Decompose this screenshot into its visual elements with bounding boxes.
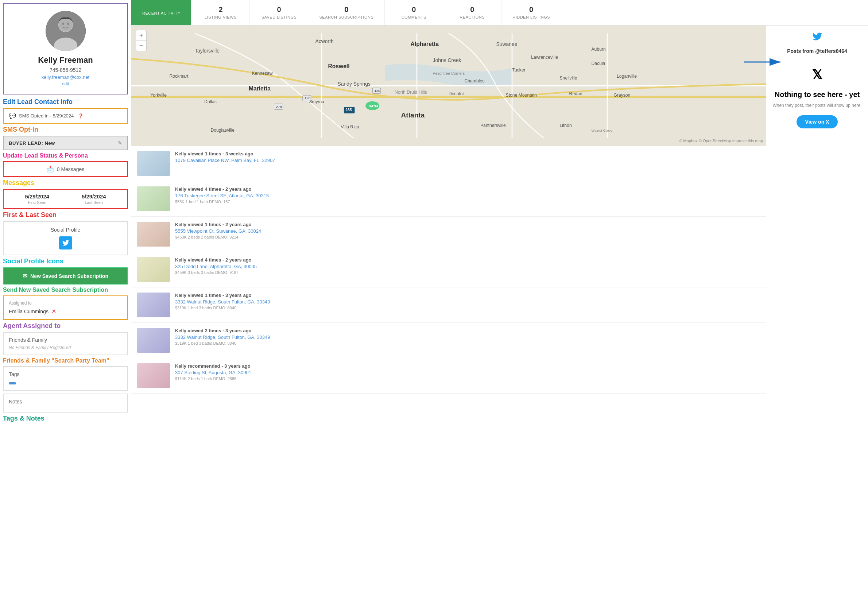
activity-thumbnail — [137, 292, 170, 317]
activity-address[interactable]: 1079 Cavailian Place NW, Palm Bay, FL, 3… — [175, 158, 760, 163]
remove-assigned-icon[interactable]: ✕ — [52, 308, 56, 315]
sms-help-icon[interactable]: ❓ — [78, 114, 84, 118]
tab-saved-listings[interactable]: 0 SAVED LISTINGS — [250, 0, 308, 25]
map-zoom-in-button[interactable]: + — [136, 30, 146, 40]
activity-address[interactable]: 307 Sterling St, Augusta, GA, 30901 — [175, 370, 760, 375]
activity-info: Kelly viewed 4 times - 2 years ago 325 D… — [175, 257, 760, 282]
activity-price: $319K 1 bed 3 baths DEMO: 8040 — [175, 341, 760, 345]
map-attribution: © Mapbox © OpenStreetMap Improve this ma… — [679, 139, 763, 143]
svg-text:Tucker: Tucker — [512, 68, 526, 72]
list-item: Kelly viewed 4 times - 2 years ago 325 D… — [131, 252, 766, 288]
view-on-x-button[interactable]: View on X — [797, 115, 838, 128]
activity-price: $463K 2 beds 2 baths DEMO: 9214 — [175, 235, 760, 239]
svg-text:Panthersville: Panthersville — [480, 123, 506, 128]
tab-listing-views[interactable]: 2 LISTING VIEWS — [192, 0, 250, 25]
profile-edit-link[interactable]: edit — [11, 81, 120, 86]
tags-title: Tags — [9, 371, 122, 377]
svg-text:Roswell: Roswell — [328, 63, 349, 69]
tags-section: Tags — [3, 366, 128, 391]
activity-address[interactable]: 176 Tuskegee Street SE, Atlanta, GA, 303… — [175, 193, 760, 198]
activity-price: $319K 1 bed 3 baths DEMO: 8040 — [175, 306, 760, 310]
avatar — [46, 11, 86, 51]
messages-button[interactable]: 📩 0 Messages — [3, 161, 128, 177]
activity-action-title: Kelly viewed 1 times - 2 years ago — [175, 222, 760, 227]
svg-text:Lithon: Lithon — [560, 123, 572, 128]
buyer-lead-text: BUYER LEAD: New — [9, 140, 55, 146]
svg-text:Dacula: Dacula — [592, 61, 605, 66]
activity-info: Kelly viewed 1 times - 3 weeks ago 1079 … — [175, 151, 760, 176]
ff-title: Friends & Family — [9, 337, 122, 343]
profile-phone: 745-856-9512 — [11, 67, 120, 73]
tab-reactions[interactable]: 0 REACTIONS — [443, 0, 502, 25]
svg-text:Rockmart: Rockmart — [169, 74, 189, 79]
sms-bubble-icon: 💬 — [9, 112, 16, 119]
activity-thumbnail — [137, 186, 170, 211]
tab-search-subscriptions[interactable]: 0 SEARCH SUBSCRIPTIONS — [308, 0, 385, 25]
friends-family-section: Friends & Family No Friends & Family Reg… — [3, 332, 128, 355]
activity-address[interactable]: 5555 Viewpoint Ct, Suwanee, GA, 30024 — [175, 228, 760, 234]
tab-comments-count: 0 — [412, 6, 416, 14]
top-tabs: RECENT ACTIVITY 2 LISTING VIEWS 0 SAVED … — [131, 0, 868, 25]
svg-text:Stone Mountain: Stone Mountain — [506, 93, 537, 98]
messages-icon: 📩 — [47, 165, 54, 173]
twitter-social-icon[interactable] — [59, 236, 72, 249]
svg-text:Villa Rica: Villa Rica — [341, 124, 359, 130]
svg-text:Auburn: Auburn — [592, 47, 606, 52]
content-split: Taylorsville Acworth Rockmart Kennesaw A… — [131, 25, 868, 596]
social-profile-card: Social Profile — [3, 221, 128, 255]
tab-recent-activity[interactable]: RECENT ACTIVITY — [131, 0, 192, 25]
first-seen-label: First Seen — [9, 200, 66, 205]
activity-address[interactable]: 3332 Walnut Ridge, South Fulton, GA, 303… — [175, 335, 760, 340]
svg-text:278: 278 — [276, 105, 282, 109]
sms-optin-bar: 💬 SMS Opted in - 5/29/2024 ❓ — [3, 108, 128, 124]
tab-comments-label: COMMENTS — [402, 15, 426, 19]
thumb-image — [137, 151, 170, 176]
svg-text:Atlanta: Atlanta — [401, 111, 425, 119]
tab-search-subs-label: SEARCH SUBSCRIPTIONS — [319, 15, 373, 19]
tab-saved-listings-label: SAVED LISTINGS — [261, 15, 297, 19]
tab-saved-listings-count: 0 — [277, 6, 281, 14]
svg-text:Walnut Grove: Walnut Grove — [592, 128, 613, 133]
map-zoom-out-button[interactable]: − — [136, 40, 146, 51]
notes-title: Notes — [9, 399, 122, 404]
notes-section: Notes — [3, 394, 128, 413]
content-area: RECENT ACTIVITY 2 LISTING VIEWS 0 SAVED … — [131, 0, 868, 596]
activity-action-title: Kelly viewed 1 times - 3 weeks ago — [175, 151, 760, 156]
last-seen-date: 5/29/2024 — [66, 193, 123, 199]
activity-action-title: Kelly viewed 2 times - 3 years ago — [175, 328, 760, 333]
tab-search-subs-count: 0 — [344, 6, 348, 14]
svg-text:Grayson: Grayson — [613, 93, 630, 98]
seen-dates-bar: 5/29/2024 First Seen 5/29/2024 Last Seen — [3, 189, 128, 209]
svg-text:Marietta: Marietta — [249, 86, 271, 91]
tab-hidden-count: 0 — [529, 6, 533, 14]
activity-address[interactable]: 3332 Walnut Ridge, South Fulton, GA, 303… — [175, 299, 760, 305]
svg-text:Loganville: Loganville — [617, 74, 637, 79]
twitter-x-logo: 𝕏 — [772, 67, 862, 83]
last-seen: 5/29/2024 Last Seen — [66, 193, 123, 205]
svg-text:120: 120 — [374, 89, 380, 93]
tab-hidden-listings[interactable]: 0 HIDDEN LISTINGS — [502, 0, 561, 25]
social-annotation: Social Profile Icons — [3, 258, 128, 265]
tab-comments[interactable]: 0 COMMENTS — [385, 0, 443, 25]
activity-price: $55K 1 bed 1 bath DEMO: 187 — [175, 199, 760, 204]
last-seen-label: Last Seen — [66, 200, 123, 205]
main-feed: Taylorsville Acworth Rockmart Kennesaw A… — [131, 25, 766, 596]
activity-info: Kelly recommended - 3 years ago 307 Ster… — [175, 363, 760, 388]
search-annotation: Send New Saved Search Subscription — [3, 287, 128, 293]
profile-card: Kelly Freeman 745-856-9512 kelly.freeman… — [3, 3, 128, 94]
activity-address[interactable]: 325 Dodd Lane, Alpharetta, GA, 30005 — [175, 264, 760, 269]
buyer-lead-edit-icon[interactable]: ✎ — [118, 140, 122, 146]
svg-text:285: 285 — [345, 108, 352, 112]
tags-notes-annotation: Tags & Notes — [3, 415, 128, 422]
profile-name: Kelly Freeman — [11, 55, 120, 65]
assigned-name: Emilia Cummings ✕ — [9, 308, 122, 315]
activity-action-title: Kelly recommended - 3 years ago — [175, 363, 760, 369]
svg-text:North Druid Hills: North Druid Hills — [395, 90, 427, 95]
tag-badge[interactable] — [9, 382, 16, 384]
activity-list: Kelly viewed 1 times - 3 weeks ago 1079 … — [131, 146, 766, 596]
new-saved-search-button[interactable]: ✉ New Saved Search Subscription — [3, 267, 128, 285]
profile-email[interactable]: kelly.freeman@cox.net — [11, 74, 120, 80]
list-item: Kelly viewed 1 times - 3 weeks ago 1079 … — [131, 146, 766, 181]
sms-text: SMS Opted in - 5/29/2024 — [19, 113, 74, 118]
tab-reactions-count: 0 — [470, 6, 474, 14]
